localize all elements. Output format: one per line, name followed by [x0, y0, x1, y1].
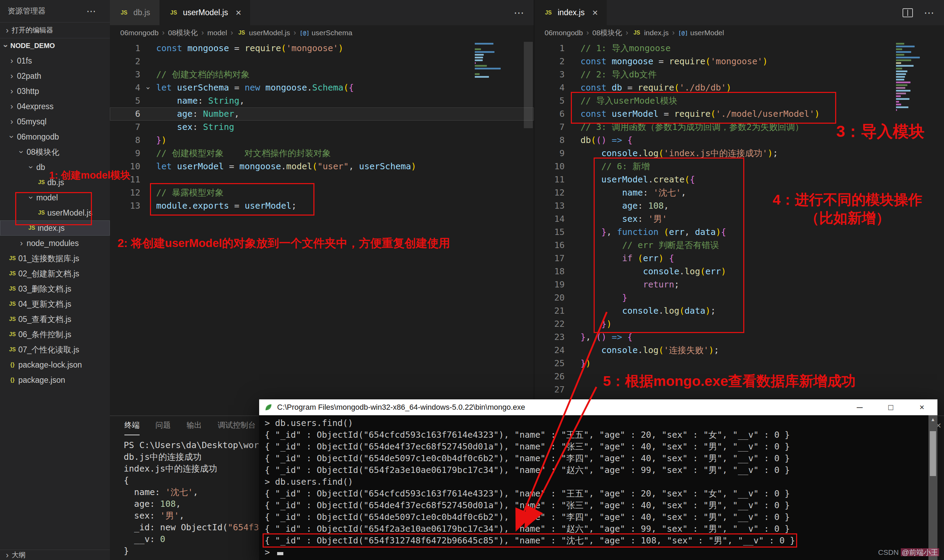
open-editors-section[interactable]: › 打开的编辑器: [0, 22, 110, 38]
console-titlebar[interactable]: C:\Program Files\mongodb-win32-x86_64-wi…: [259, 399, 938, 415]
outline-section[interactable]: › 大纲: [0, 550, 110, 560]
close-tab-icon[interactable]: ×: [592, 7, 598, 18]
code-line-11[interactable]: 11 userModel.create({: [534, 173, 944, 186]
js-file-icon: JS: [7, 286, 18, 292]
code-line-24[interactable]: 24 console.log('连接失败');: [534, 344, 944, 357]
code-line-10[interactable]: 10let userModel = mongoose.model("user",…: [110, 160, 534, 173]
panel-tab-问题[interactable]: 问题: [156, 416, 171, 435]
breadcrumb-item-userModel.js[interactable]: JSuserModel.js: [236, 29, 290, 37]
breadcrumb-item-06mongodb[interactable]: 06mongodb: [545, 29, 583, 37]
code-line-1[interactable]: 1const mongoose = require('mongoose'): [110, 42, 534, 55]
code-line-1[interactable]: 1// 1: 导入mongoose: [534, 42, 944, 55]
console-title: C:\Program Files\mongodb-win32-x86_64-wi…: [277, 403, 525, 412]
js-file-icon: JS: [236, 30, 247, 36]
tree-item-index.js[interactable]: JSindex.js: [0, 220, 110, 235]
more-actions-icon[interactable]: ⋯: [514, 6, 524, 18]
tree-item-userModel.js[interactable]: JSuserModel.js: [0, 205, 110, 220]
console-scrollbar[interactable]: ▲: [929, 415, 938, 560]
tree-item-01_连接数据库.js[interactable]: JS01_连接数据库.js: [0, 251, 110, 266]
tree-item-03_删除文档.js[interactable]: JS03_删除文档.js: [0, 281, 110, 296]
tree-item-02_创建新文档.js[interactable]: JS02_创建新文档.js: [0, 266, 110, 281]
js-file-icon: JS: [7, 346, 18, 353]
code-line-4[interactable]: 4const db = require('./db/db'): [534, 81, 944, 94]
code-line-6[interactable]: 6const userModel = require('./model/user…: [534, 108, 944, 121]
breadcrumb-item-userSchema[interactable]: [@]userSchema: [300, 29, 353, 37]
scrollbar-thumb[interactable]: [930, 431, 936, 476]
breadcrumb-item-08模块化[interactable]: 08模块化: [592, 28, 622, 38]
tree-item-08模块化[interactable]: ›08模块化: [0, 145, 110, 160]
breadcrumb-item-08模块化[interactable]: 08模块化: [168, 28, 198, 38]
tree-item-01fs[interactable]: ›01fs: [0, 53, 110, 68]
minimize-button[interactable]: ─: [844, 399, 875, 415]
code-line-7[interactable]: 7 sex: String: [110, 121, 534, 134]
tab-index.js[interactable]: JSindex.js×: [534, 0, 607, 25]
code-line-3[interactable]: 3// 创建文档的结构对象: [110, 68, 534, 81]
code-line-20[interactable]: 20 }: [534, 291, 944, 305]
project-root-header[interactable]: › NODE_DEMO: [0, 38, 110, 53]
code-line-5[interactable]: 5// 导入userModel模块: [534, 94, 944, 108]
maximize-button[interactable]: □: [875, 399, 906, 415]
tree-item-package-lock.json[interactable]: {}package-lock.json: [0, 357, 110, 372]
code-line-5[interactable]: 5 name: String,: [110, 94, 534, 108]
code-line-8[interactable]: 8}): [110, 134, 534, 147]
code-line-21[interactable]: 21 console.log(data);: [534, 305, 944, 317]
code-line-10[interactable]: 10 // 6: 新增: [534, 160, 944, 173]
panel-tab-终端[interactable]: 终端: [125, 416, 140, 435]
tree-item-04_更新文档.js[interactable]: JS04_更新文档.js: [0, 296, 110, 312]
chevron-down-icon: ›: [1, 42, 11, 51]
tree-item-05mysql[interactable]: ›05mysql: [0, 114, 110, 129]
panel-tab-调试控制台[interactable]: 调试控制台: [218, 416, 256, 435]
breadcrumb-item-userModel[interactable]: [@]userModel: [678, 29, 724, 37]
code-line-2[interactable]: 2const mongoose = require('mongoose'): [534, 55, 944, 68]
panel-tab-输出[interactable]: 输出: [186, 416, 202, 435]
tab-db.js[interactable]: JSdb.js: [110, 0, 160, 25]
code-line-2[interactable]: 2: [110, 55, 534, 68]
console-line: > db.users.find(): [265, 417, 932, 429]
tree-item-04express[interactable]: ›04express: [0, 99, 110, 114]
tree-item-06_条件控制.js[interactable]: JS06_条件控制.js: [0, 327, 110, 342]
code-line-6[interactable]: 6 age: Number,: [110, 108, 534, 121]
left-editor-scrollbar[interactable]: [524, 42, 533, 128]
code-line-16[interactable]: 16 // err 判断是否有错误: [534, 239, 944, 252]
code-line-19[interactable]: 19 return;: [534, 278, 944, 291]
tree-item-07_个性化读取.js[interactable]: JS07_个性化读取.js: [0, 342, 110, 357]
breadcrumb-item-index.js[interactable]: JSindex.js: [631, 29, 668, 37]
explorer-more-actions-icon[interactable]: ⋯: [86, 6, 102, 17]
breadcrumb-item-model[interactable]: model: [207, 29, 227, 37]
close-button[interactable]: ×: [906, 399, 938, 415]
tree-item-package.json[interactable]: {}package.json: [0, 372, 110, 388]
line-number: 11: [534, 173, 565, 186]
console-line: { "_id" : ObjectId("654de5097c1e0c0b4df0…: [265, 452, 932, 464]
code-line-13[interactable]: 13module.exports = userModel;: [110, 199, 534, 212]
code-line-11[interactable]: 11: [110, 173, 534, 186]
scroll-up-icon[interactable]: ▲: [929, 417, 938, 422]
code-line-18[interactable]: 18 console.log(err): [534, 265, 944, 278]
code-line-9[interactable]: 9// 创建模型对象 对文档操作的封装对象: [110, 147, 534, 160]
split-editor-icon[interactable]: [902, 8, 913, 17]
more-actions-icon[interactable]: ⋯: [924, 6, 934, 18]
breadcrumb-separator: ›: [626, 28, 628, 37]
breadcrumb-item-06mongodb[interactable]: 06mongodb: [120, 29, 159, 37]
code-line-23[interactable]: 23}, () => {: [534, 331, 944, 344]
code-line-25[interactable]: 25}): [534, 357, 944, 370]
code-line-4[interactable]: 4›let userSchema = new mongoose.Schema({: [110, 81, 534, 94]
code-line-22[interactable]: 22 }): [534, 317, 944, 331]
code-line-9[interactable]: 9 console.log('index.js中的连接成功');: [534, 147, 944, 160]
tree-item-03http[interactable]: ›03http: [0, 84, 110, 99]
tree-item-05_查看文档.js[interactable]: JS05_查看文档.js: [0, 312, 110, 327]
tree-item-node_modules[interactable]: ›node_modules: [0, 235, 110, 251]
mongo-console-window[interactable]: C:\Program Files\mongodb-win32-x86_64-wi…: [259, 399, 938, 560]
tab-userModel.js[interactable]: JSuserModel.js×: [160, 0, 251, 25]
tree-item-06mongodb[interactable]: ›06mongodb: [0, 129, 110, 145]
code-line-17[interactable]: 17 if (err) {: [534, 252, 944, 265]
right-minimap[interactable]: [896, 42, 942, 117]
tree-item-model[interactable]: ›model: [0, 190, 110, 205]
annotation-step3: 3：导入模块: [836, 121, 925, 142]
code-line-12[interactable]: 12// 暴露模型对象: [110, 186, 534, 199]
close-tab-icon[interactable]: ×: [236, 7, 241, 18]
tree-item-02path[interactable]: ›02path: [0, 68, 110, 84]
code-line-3[interactable]: 3// 2: 导入db文件: [534, 68, 944, 81]
code-line-15[interactable]: 15 }, function (err, data){: [534, 226, 944, 239]
fold-icon[interactable]: ›: [140, 81, 156, 94]
left-minimap[interactable]: [475, 42, 523, 79]
